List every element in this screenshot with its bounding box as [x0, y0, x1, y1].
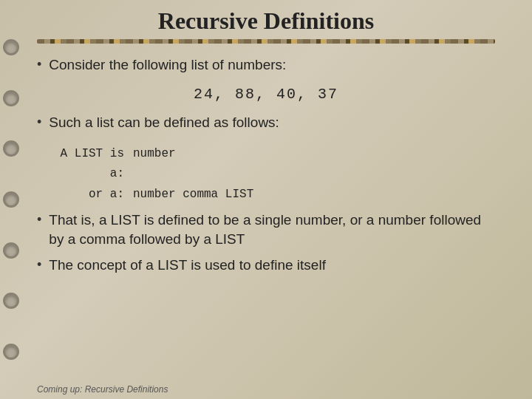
coming-up-label: Coming up: Recursive Definitions	[37, 384, 168, 395]
notebook-rings	[0, 0, 22, 399]
code-label-2: or a:	[59, 185, 133, 205]
ring-6	[3, 293, 19, 309]
ring-2	[3, 90, 19, 106]
bullet-text-1: Consider the following list of numbers:	[49, 55, 286, 75]
bullet-text-3: That is, a LIST is defined to be a singl…	[49, 211, 495, 250]
code-label-1: A LIST is a:	[59, 144, 133, 184]
ring-3	[3, 140, 19, 157]
code-value-2: number comma LIST	[133, 185, 253, 205]
bullet-text-2: Such a list can be defined as follows:	[49, 113, 279, 133]
bullet-item-1: • Consider the following list of numbers…	[37, 55, 495, 75]
number-list: 24, 88, 40, 37	[37, 86, 495, 103]
code-value-1: number	[133, 144, 176, 184]
bullet-dot-1: •	[37, 57, 41, 72]
bullet-dot-2: •	[37, 115, 41, 130]
bullet-item-3: • That is, a LIST is defined to be a sin…	[37, 211, 495, 250]
bullet-dot-4: •	[37, 257, 41, 273]
slide-container: Recursive Definitions • Consider the fol…	[0, 0, 532, 399]
ring-5	[3, 242, 19, 259]
code-block: A LIST is a: number or a: number comma L…	[59, 144, 495, 205]
content-area: Recursive Definitions • Consider the fol…	[0, 0, 532, 399]
ring-1	[3, 39, 19, 55]
title-separator	[37, 39, 495, 44]
bullet-text-4: The concept of a LIST is used to define …	[49, 256, 326, 276]
bullet-dot-3: •	[37, 212, 41, 228]
slide-title: Recursive Definitions	[37, 7, 495, 35]
code-line-1: A LIST is a: number	[59, 144, 495, 184]
bullet-item-4: • The concept of a LIST is used to defin…	[37, 256, 495, 276]
ring-4	[3, 191, 19, 208]
code-line-2: or a: number comma LIST	[59, 185, 495, 205]
bullet-item-2: • Such a list can be defined as follows:	[37, 113, 495, 133]
ring-7	[3, 344, 19, 360]
